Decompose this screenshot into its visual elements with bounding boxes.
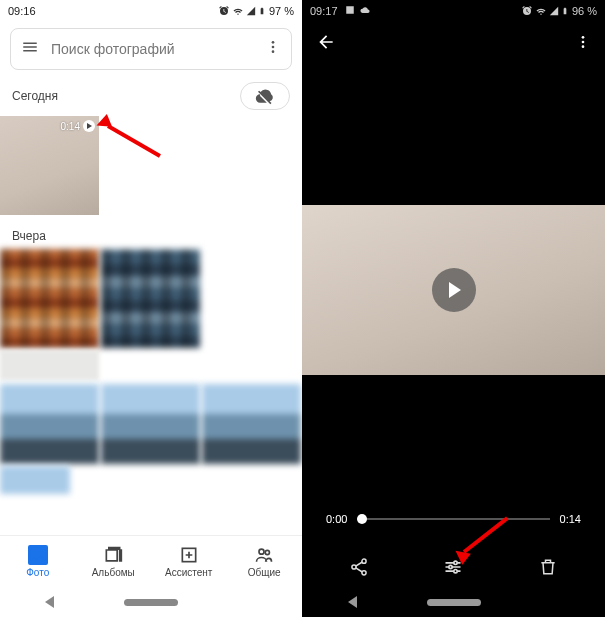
status-battery-pct: 96 % bbox=[572, 5, 597, 17]
shared-tab-icon bbox=[254, 545, 274, 565]
system-home-pill[interactable] bbox=[124, 599, 178, 606]
cloud-icon bbox=[360, 5, 370, 15]
arrow-left-icon bbox=[316, 32, 336, 52]
battery-icon bbox=[561, 5, 569, 17]
tab-albums[interactable]: Альбомы bbox=[76, 536, 152, 587]
edit-button[interactable] bbox=[435, 557, 471, 577]
grid-today: 0:14 bbox=[0, 116, 302, 215]
status-time: 09:16 bbox=[8, 5, 214, 17]
more-button[interactable] bbox=[575, 34, 591, 54]
photo-thumbnail[interactable] bbox=[202, 384, 301, 464]
svg-point-7 bbox=[582, 36, 585, 39]
svg-point-13 bbox=[454, 561, 457, 564]
scrubber-track[interactable] bbox=[357, 518, 549, 520]
scrubber-time-end: 0:14 bbox=[560, 513, 581, 525]
wifi-icon bbox=[535, 5, 547, 17]
play-icon bbox=[83, 120, 95, 132]
share-icon bbox=[349, 557, 369, 577]
status-time: 09:17 bbox=[310, 5, 517, 17]
video-thumbnail[interactable]: 0:14 bbox=[0, 116, 99, 215]
search-bar[interactable]: Поиск фотографий bbox=[10, 28, 292, 70]
svg-point-0 bbox=[272, 41, 275, 44]
tab-label: Фото bbox=[26, 567, 49, 578]
photos-app-screen: 09:16 97 % Поиск фотографий Сегодня bbox=[0, 0, 302, 617]
photo-icon bbox=[345, 5, 355, 15]
albums-tab-icon bbox=[103, 545, 123, 565]
svg-point-5 bbox=[266, 550, 270, 554]
search-placeholder: Поиск фотографий bbox=[51, 41, 253, 57]
system-nav-bar bbox=[0, 587, 302, 617]
svg-point-1 bbox=[272, 46, 275, 49]
tab-label: Ассистент bbox=[165, 567, 212, 578]
tab-shared[interactable]: Общие bbox=[227, 536, 303, 587]
svg-point-8 bbox=[582, 41, 585, 44]
tune-icon bbox=[443, 557, 463, 577]
cloud-off-icon bbox=[255, 86, 275, 106]
more-vert-icon[interactable] bbox=[265, 39, 281, 59]
share-button[interactable] bbox=[341, 557, 377, 577]
video-frame bbox=[302, 205, 605, 375]
system-home-pill[interactable] bbox=[427, 599, 481, 606]
status-bar: 09:16 97 % bbox=[0, 0, 302, 22]
signal-icon bbox=[246, 5, 256, 17]
status-bar: 09:17 96 % bbox=[302, 0, 605, 22]
backup-off-pill[interactable] bbox=[240, 82, 290, 110]
svg-point-4 bbox=[259, 549, 264, 554]
scrubber-handle[interactable] bbox=[357, 514, 367, 524]
tab-assistant[interactable]: Ассистент bbox=[151, 536, 227, 587]
battery-icon bbox=[258, 5, 266, 17]
system-back-button[interactable] bbox=[348, 596, 357, 608]
photo-thumbnail[interactable] bbox=[0, 384, 99, 464]
alarm-icon bbox=[218, 5, 230, 17]
svg-point-9 bbox=[582, 45, 585, 48]
photos-tab-icon bbox=[28, 545, 48, 565]
section-label-today: Сегодня bbox=[12, 89, 58, 103]
photo-thumbnail[interactable] bbox=[0, 249, 99, 348]
video-player-screen: 09:17 96 % 0:00 0:14 bbox=[302, 0, 605, 617]
system-nav-bar bbox=[302, 587, 605, 617]
status-icons bbox=[218, 5, 266, 17]
play-button[interactable] bbox=[432, 268, 476, 312]
scrubber-row: 0:00 0:14 bbox=[326, 513, 581, 525]
video-duration-badge: 0:14 bbox=[61, 120, 95, 132]
grid-yesterday bbox=[0, 249, 302, 494]
scrubber-time-start: 0:00 bbox=[326, 513, 347, 525]
svg-point-14 bbox=[449, 565, 452, 568]
section-header-yesterday: Вчера bbox=[0, 215, 302, 249]
signal-icon bbox=[549, 5, 559, 17]
assistant-tab-icon bbox=[179, 545, 199, 565]
tab-label: Альбомы bbox=[92, 567, 135, 578]
alarm-icon bbox=[521, 5, 533, 17]
more-vert-icon bbox=[575, 34, 591, 50]
photo-grid-scroll[interactable]: Сегодня 0:14 Вчера bbox=[0, 80, 302, 535]
status-battery-pct: 97 % bbox=[269, 5, 294, 17]
photo-thumbnail[interactable] bbox=[101, 249, 200, 348]
trash-icon bbox=[538, 557, 558, 577]
photo-thumbnail[interactable] bbox=[101, 384, 200, 464]
status-icons bbox=[521, 5, 569, 17]
action-bar bbox=[302, 543, 605, 587]
video-viewport[interactable] bbox=[302, 66, 605, 513]
system-back-button[interactable] bbox=[45, 596, 54, 608]
back-button[interactable] bbox=[316, 32, 336, 56]
player-top-bar bbox=[302, 22, 605, 66]
bottom-nav: Фото Альбомы Ассистент Общие bbox=[0, 535, 302, 587]
photo-thumbnail[interactable] bbox=[0, 350, 99, 380]
wifi-icon bbox=[232, 5, 244, 17]
section-header-today: Сегодня bbox=[0, 80, 302, 116]
scrubber-area: 0:00 0:14 bbox=[302, 513, 605, 543]
svg-point-2 bbox=[272, 50, 275, 53]
hamburger-menu-icon[interactable] bbox=[21, 38, 39, 60]
delete-button[interactable] bbox=[530, 557, 566, 577]
photo-thumbnail[interactable] bbox=[0, 466, 70, 494]
tab-label: Общие bbox=[248, 567, 281, 578]
video-duration-text: 0:14 bbox=[61, 121, 80, 132]
svg-rect-6 bbox=[346, 6, 354, 14]
tab-photos[interactable]: Фото bbox=[0, 536, 76, 587]
svg-point-15 bbox=[454, 570, 457, 573]
